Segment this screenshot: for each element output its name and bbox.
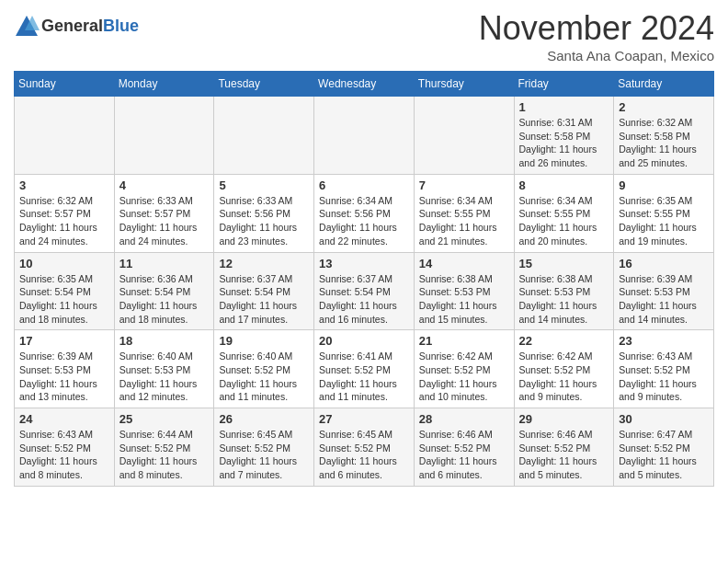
- calendar-cell: 16Sunrise: 6:39 AMSunset: 5:53 PMDayligh…: [614, 252, 714, 330]
- day-number: 7: [419, 178, 509, 192]
- day-number: 29: [519, 412, 609, 426]
- calendar-cell: 8Sunrise: 6:34 AMSunset: 5:55 PMDaylight…: [514, 174, 614, 252]
- day-info: Sunrise: 6:38 AMSunset: 5:53 PMDaylight:…: [419, 272, 509, 327]
- day-number: 30: [619, 412, 709, 426]
- day-info: Sunrise: 6:39 AMSunset: 5:53 PMDaylight:…: [619, 272, 709, 327]
- day-number: 13: [319, 257, 409, 270]
- logo-general: General: [41, 17, 103, 35]
- day-info: Sunrise: 6:32 AMSunset: 5:58 PMDaylight:…: [619, 116, 709, 170]
- day-number: 5: [219, 178, 309, 192]
- day-number: 8: [519, 178, 609, 192]
- day-info: Sunrise: 6:34 AMSunset: 5:55 PMDaylight:…: [419, 194, 509, 248]
- calendar-cell: 4Sunrise: 6:33 AMSunset: 5:57 PMDaylight…: [114, 174, 214, 252]
- day-info: Sunrise: 6:46 AMSunset: 5:52 PMDaylight:…: [419, 428, 509, 482]
- calendar-cell: 24Sunrise: 6:43 AMSunset: 5:52 PMDayligh…: [15, 408, 115, 487]
- calendar-cell: 11Sunrise: 6:36 AMSunset: 5:54 PMDayligh…: [114, 252, 214, 330]
- calendar-cell: [314, 97, 415, 175]
- calendar-cell: 17Sunrise: 6:39 AMSunset: 5:53 PMDayligh…: [15, 330, 115, 408]
- header-day-thursday: Thursday: [414, 72, 514, 97]
- calendar-week-3: 10Sunrise: 6:35 AMSunset: 5:54 PMDayligh…: [15, 252, 714, 330]
- calendar-cell: 25Sunrise: 6:44 AMSunset: 5:52 PMDayligh…: [114, 408, 214, 487]
- day-number: 10: [19, 257, 109, 270]
- logo: GeneralBlue: [14, 14, 139, 40]
- day-number: 15: [519, 257, 609, 270]
- calendar-cell: 6Sunrise: 6:34 AMSunset: 5:56 PMDaylight…: [314, 174, 415, 252]
- calendar-cell: 29Sunrise: 6:46 AMSunset: 5:52 PMDayligh…: [514, 408, 614, 487]
- day-info: Sunrise: 6:34 AMSunset: 5:56 PMDaylight:…: [319, 194, 409, 248]
- calendar-cell: 15Sunrise: 6:38 AMSunset: 5:53 PMDayligh…: [514, 252, 614, 330]
- header-day-sunday: Sunday: [15, 72, 115, 97]
- header: GeneralBlue November 2024 Santa Ana Coap…: [14, 9, 714, 63]
- day-number: 12: [219, 257, 309, 270]
- header-day-monday: Monday: [114, 72, 214, 97]
- calendar-cell: 26Sunrise: 6:45 AMSunset: 5:52 PMDayligh…: [214, 408, 314, 487]
- day-info: Sunrise: 6:42 AMSunset: 5:52 PMDaylight:…: [519, 350, 609, 404]
- day-number: 22: [519, 334, 609, 348]
- day-info: Sunrise: 6:47 AMSunset: 5:52 PMDaylight:…: [619, 428, 709, 482]
- calendar-cell: 10Sunrise: 6:35 AMSunset: 5:54 PMDayligh…: [15, 252, 115, 330]
- calendar-cell: 5Sunrise: 6:33 AMSunset: 5:56 PMDaylight…: [214, 174, 314, 252]
- logo-icon: [14, 14, 40, 40]
- calendar-week-4: 17Sunrise: 6:39 AMSunset: 5:53 PMDayligh…: [15, 330, 714, 408]
- day-number: 16: [619, 257, 709, 270]
- day-number: 9: [619, 178, 709, 192]
- day-info: Sunrise: 6:43 AMSunset: 5:52 PMDaylight:…: [619, 350, 709, 404]
- day-info: Sunrise: 6:38 AMSunset: 5:53 PMDaylight:…: [519, 272, 609, 327]
- calendar-cell: [15, 97, 115, 175]
- day-info: Sunrise: 6:32 AMSunset: 5:57 PMDaylight:…: [19, 194, 109, 248]
- day-info: Sunrise: 6:40 AMSunset: 5:53 PMDaylight:…: [119, 350, 210, 404]
- day-number: 1: [519, 100, 609, 114]
- day-number: 3: [19, 178, 109, 192]
- calendar-cell: 28Sunrise: 6:46 AMSunset: 5:52 PMDayligh…: [414, 408, 514, 487]
- day-number: 2: [619, 100, 709, 114]
- day-info: Sunrise: 6:39 AMSunset: 5:53 PMDaylight:…: [19, 350, 109, 404]
- day-number: 27: [319, 412, 409, 426]
- calendar-table: SundayMondayTuesdayWednesdayThursdayFrid…: [14, 71, 714, 487]
- day-info: Sunrise: 6:45 AMSunset: 5:52 PMDaylight:…: [319, 428, 409, 482]
- calendar-week-5: 24Sunrise: 6:43 AMSunset: 5:52 PMDayligh…: [15, 408, 714, 487]
- day-number: 18: [119, 334, 210, 348]
- location-subtitle: Santa Ana Coapan, Mexico: [479, 48, 714, 63]
- day-info: Sunrise: 6:34 AMSunset: 5:55 PMDaylight:…: [519, 194, 609, 248]
- calendar-week-1: 1Sunrise: 6:31 AMSunset: 5:58 PMDaylight…: [15, 97, 714, 175]
- day-info: Sunrise: 6:37 AMSunset: 5:54 PMDaylight:…: [219, 272, 309, 327]
- day-number: 25: [119, 412, 210, 426]
- day-info: Sunrise: 6:31 AMSunset: 5:58 PMDaylight:…: [519, 116, 609, 170]
- calendar-week-2: 3Sunrise: 6:32 AMSunset: 5:57 PMDaylight…: [15, 174, 714, 252]
- calendar-cell: 7Sunrise: 6:34 AMSunset: 5:55 PMDaylight…: [414, 174, 514, 252]
- logo-blue: Blue: [103, 17, 139, 35]
- calendar-cell: 21Sunrise: 6:42 AMSunset: 5:52 PMDayligh…: [414, 330, 514, 408]
- day-number: 11: [119, 257, 210, 270]
- header-day-wednesday: Wednesday: [314, 72, 415, 97]
- day-number: 23: [619, 334, 709, 348]
- calendar-cell: 1Sunrise: 6:31 AMSunset: 5:58 PMDaylight…: [514, 97, 614, 175]
- calendar-cell: 3Sunrise: 6:32 AMSunset: 5:57 PMDaylight…: [15, 174, 115, 252]
- day-info: Sunrise: 6:42 AMSunset: 5:52 PMDaylight:…: [419, 350, 509, 404]
- calendar-body: 1Sunrise: 6:31 AMSunset: 5:58 PMDaylight…: [15, 97, 714, 487]
- calendar-cell: 19Sunrise: 6:40 AMSunset: 5:52 PMDayligh…: [214, 330, 314, 408]
- calendar-cell: 9Sunrise: 6:35 AMSunset: 5:55 PMDaylight…: [614, 174, 714, 252]
- day-number: 19: [219, 334, 309, 348]
- day-number: 14: [419, 257, 509, 270]
- header-day-tuesday: Tuesday: [214, 72, 314, 97]
- calendar-header-row: SundayMondayTuesdayWednesdayThursdayFrid…: [15, 72, 714, 97]
- day-info: Sunrise: 6:44 AMSunset: 5:52 PMDaylight:…: [119, 428, 210, 482]
- calendar-cell: 14Sunrise: 6:38 AMSunset: 5:53 PMDayligh…: [414, 252, 514, 330]
- day-number: 17: [19, 334, 109, 348]
- calendar-cell: 13Sunrise: 6:37 AMSunset: 5:54 PMDayligh…: [314, 252, 415, 330]
- day-info: Sunrise: 6:36 AMSunset: 5:54 PMDaylight:…: [119, 272, 210, 327]
- day-info: Sunrise: 6:33 AMSunset: 5:56 PMDaylight:…: [219, 194, 309, 248]
- calendar-cell: 22Sunrise: 6:42 AMSunset: 5:52 PMDayligh…: [514, 330, 614, 408]
- day-info: Sunrise: 6:43 AMSunset: 5:52 PMDaylight:…: [19, 428, 109, 482]
- calendar-cell: 27Sunrise: 6:45 AMSunset: 5:52 PMDayligh…: [314, 408, 415, 487]
- calendar-cell: [114, 97, 214, 175]
- day-number: 26: [219, 412, 309, 426]
- month-title: November 2024: [479, 9, 714, 48]
- calendar-cell: [214, 97, 314, 175]
- day-number: 4: [119, 178, 210, 192]
- day-info: Sunrise: 6:40 AMSunset: 5:52 PMDaylight:…: [219, 350, 309, 404]
- day-number: 6: [319, 178, 409, 192]
- day-info: Sunrise: 6:45 AMSunset: 5:52 PMDaylight:…: [219, 428, 309, 482]
- calendar-cell: 23Sunrise: 6:43 AMSunset: 5:52 PMDayligh…: [614, 330, 714, 408]
- day-number: 21: [419, 334, 509, 348]
